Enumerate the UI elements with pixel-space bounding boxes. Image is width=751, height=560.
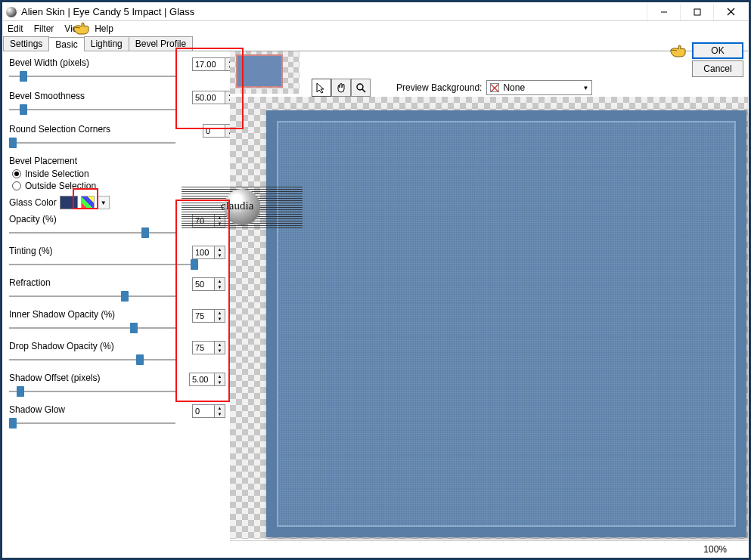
move-tool-icon[interactable] <box>312 79 331 97</box>
tab-lighting[interactable]: Lighting <box>84 36 129 51</box>
round-corners-slider[interactable] <box>9 138 175 148</box>
drop-shadow-input[interactable] <box>192 341 215 354</box>
drop-shadow-stepper[interactable]: ▲▼ <box>215 341 225 354</box>
menubar: Edit Filter View Help <box>3 21 748 36</box>
tinting-slider[interactable] <box>9 259 198 270</box>
tab-bevel-profile[interactable]: Bevel Profile <box>129 36 193 51</box>
glass-color-swatch[interactable] <box>60 196 78 209</box>
hand-tool-icon[interactable] <box>331 79 351 97</box>
shadow-glow-slider[interactable] <box>9 418 175 429</box>
tinting-input[interactable] <box>192 246 215 259</box>
settings-panel: Bevel Width (pixels) ▲▼ Bevel Smoothness… <box>3 51 230 557</box>
tab-basic[interactable]: Basic <box>48 37 84 51</box>
inner-shadow-input[interactable] <box>192 309 215 323</box>
radio-icon <box>12 181 21 190</box>
tab-settings[interactable]: Settings <box>3 36 49 51</box>
radio-outside-label: Outside Selection <box>25 181 96 191</box>
cancel-button[interactable]: Cancel <box>692 60 743 77</box>
opacity-slider[interactable] <box>9 227 175 238</box>
zoom-level: 100% <box>703 544 727 555</box>
inner-shadow-slider[interactable] <box>9 323 175 333</box>
preview-canvas[interactable]: claudia <box>230 97 748 539</box>
zoom-tool-icon[interactable] <box>351 79 371 97</box>
minimize-button[interactable] <box>647 4 680 20</box>
tinting-stepper[interactable]: ▲▼ <box>215 246 225 259</box>
shadow-offset-input[interactable] <box>189 373 215 386</box>
shadow-glow-input[interactable] <box>192 404 215 418</box>
svg-line-5 <box>362 89 365 92</box>
refraction-stepper[interactable]: ▲▼ <box>215 277 225 291</box>
close-button[interactable] <box>713 4 748 20</box>
menu-filter[interactable]: Filter <box>34 23 54 34</box>
preview-area: Preview Background: None ▼ claudia 100% <box>230 51 748 557</box>
bevel-width-slider[interactable] <box>9 71 175 82</box>
preview-bg-value: None <box>503 82 525 93</box>
radio-icon <box>12 169 21 178</box>
round-corners-label: Round Selection Corners <box>9 124 225 135</box>
chevron-down-icon: ▼ <box>582 85 588 91</box>
refraction-input[interactable] <box>192 277 215 291</box>
menu-help[interactable]: Help <box>95 23 113 34</box>
glass-color-label: Glass Color <box>9 197 57 208</box>
svg-rect-1 <box>694 9 700 15</box>
app-icon <box>6 7 17 17</box>
maximize-button[interactable] <box>680 4 713 20</box>
svg-point-4 <box>357 84 363 90</box>
preview-object <box>266 110 746 537</box>
tabbar: Settings Basic Lighting Bevel Profile <box>3 36 748 51</box>
bevel-placement-label: Bevel Placement <box>9 156 225 166</box>
titlebar: Alien Skin | Eye Candy 5 Impact | Glass <box>3 3 748 21</box>
none-icon <box>490 83 499 92</box>
bevel-width-input[interactable] <box>192 57 225 71</box>
watermark: claudia <box>182 186 303 228</box>
shadow-offset-slider[interactable] <box>9 386 175 397</box>
drop-shadow-slider[interactable] <box>9 354 175 365</box>
bevel-smoothness-input[interactable] <box>192 91 225 104</box>
thumbnail-strip <box>230 51 299 94</box>
color-picker-icon[interactable] <box>81 196 95 209</box>
bevel-smoothness-slider[interactable] <box>9 104 175 115</box>
color-dropdown[interactable]: ▼ <box>98 196 110 209</box>
menu-edit[interactable]: Edit <box>8 23 23 34</box>
radio-inside-selection[interactable]: Inside Selection <box>12 169 225 179</box>
round-corners-input[interactable] <box>203 124 225 138</box>
refraction-slider[interactable] <box>9 291 175 302</box>
preview-bg-label: Preview Background: <box>396 82 482 93</box>
shadow-offset-stepper[interactable]: ▲▼ <box>215 373 225 386</box>
preview-bg-select[interactable]: None ▼ <box>486 80 592 95</box>
hand-pointer-icon <box>73 21 94 37</box>
shadow-glow-stepper[interactable]: ▲▼ <box>215 404 225 418</box>
window-title: Alien Skin | Eye Candy 5 Impact | Glass <box>21 6 647 17</box>
hand-pointer-icon <box>669 44 743 60</box>
inner-shadow-stepper[interactable]: ▲▼ <box>215 309 225 323</box>
thumbnail-selected[interactable] <box>236 54 283 88</box>
radio-inside-label: Inside Selection <box>25 169 89 179</box>
statusbar: 100% <box>230 540 748 557</box>
